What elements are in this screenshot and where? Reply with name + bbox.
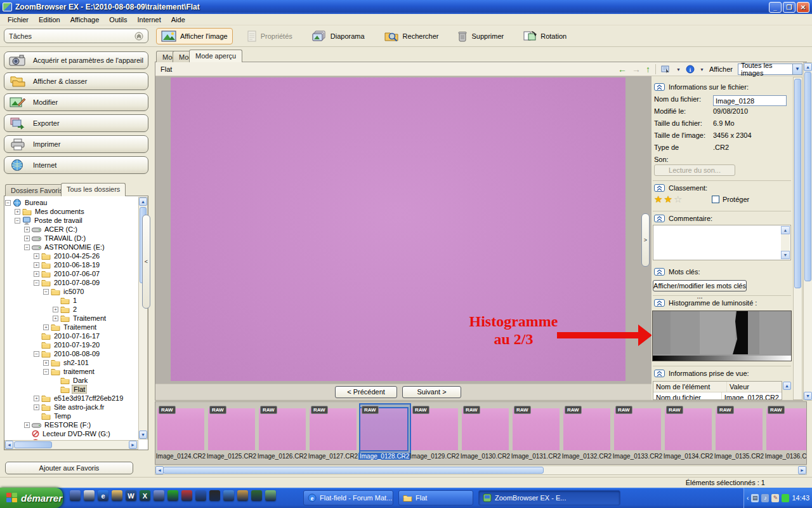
thumbnail-Image_0125.CR2[interactable]: RAWImage_0125.CR2 <box>206 403 257 464</box>
chevron-up-circle-icon[interactable] <box>134 32 143 41</box>
expand-expander-icon[interactable]: + <box>24 236 30 241</box>
tree-item[interactable]: +Site astro-jack.fr <box>5 403 137 411</box>
expand-expander-icon[interactable]: + <box>34 262 39 268</box>
tree-item[interactable]: Dark <box>5 376 137 385</box>
collapse-section-icon[interactable] <box>654 268 665 276</box>
quicklaunch-icon[interactable] <box>167 490 178 501</box>
scroll-right-arrow[interactable]: ► <box>798 466 806 474</box>
thumbnail-Image_0133.CR2[interactable]: RAWImage_0133.CR2 <box>612 403 663 464</box>
collapse-section-icon[interactable] <box>654 184 665 192</box>
filename-input[interactable] <box>713 95 787 106</box>
thumbnail-Image_0124.CR2[interactable]: RAWImage_0124.CR2 <box>155 403 206 464</box>
tree-item[interactable]: +ACER (C:) <box>5 225 137 234</box>
tree-item[interactable]: 2010-07-16-17 <box>5 331 137 340</box>
image-filter-dropdown[interactable]: Toutes les images ▼ <box>738 64 802 75</box>
thumbnail-Image_0127.CR2[interactable]: RAWImage_0127.CR2 <box>308 403 358 464</box>
edit-keywords-button[interactable]: Afficher/modifier les mots clés ... <box>653 280 747 291</box>
scroll-up-arrow[interactable]: ▲ <box>804 63 812 71</box>
tree-item[interactable]: 1 <box>5 296 137 305</box>
scroll-up-arrow[interactable]: ▲ <box>139 197 147 206</box>
menu-5[interactable]: Aide <box>166 15 190 25</box>
task-button-4[interactable]: Imprimer <box>4 135 148 153</box>
collapse-expander-icon[interactable]: − <box>24 244 30 250</box>
expand-expander-icon[interactable]: + <box>43 324 49 330</box>
collapse-expander-icon[interactable]: − <box>43 289 49 295</box>
collapse-section-icon[interactable] <box>654 215 665 222</box>
expand-expander-icon[interactable]: + <box>34 271 39 277</box>
tree-item[interactable]: +2 <box>5 305 137 314</box>
tree-item[interactable]: +2010-04-25-26 <box>5 251 137 260</box>
device-icon[interactable]: ✎ <box>771 494 779 502</box>
thumbnail-Image_0130.CR2[interactable]: RAWImage_0130.CR2 <box>460 403 511 464</box>
tree-item[interactable]: +Mes documents <box>5 207 137 216</box>
tasks-panel-header[interactable]: Tâches <box>4 29 148 43</box>
tray-collapse-chevron-icon[interactable]: ‹ <box>747 495 749 502</box>
thumbnail-image[interactable] <box>208 408 255 450</box>
taskbar-window-2[interactable]: ZoomBrowser EX - E... <box>478 490 620 505</box>
comment-scrollbar[interactable]: ▲ ▼ <box>781 226 790 259</box>
up-arrow-icon[interactable]: ↑ <box>646 63 650 76</box>
excel-icon[interactable]: X <box>140 490 150 501</box>
expand-expander-icon[interactable]: + <box>53 316 58 321</box>
collapse-right-panel-button[interactable]: > <box>641 213 650 267</box>
window-scrollbar-thumb[interactable] <box>804 72 811 281</box>
expand-expander-icon[interactable]: + <box>15 209 20 215</box>
hscrollbar-thumb[interactable] <box>163 467 544 474</box>
menu-2[interactable]: Affichage <box>65 15 105 25</box>
expand-expander-icon[interactable]: + <box>34 253 39 259</box>
tree-item[interactable]: Temp <box>5 411 137 420</box>
thumbnail-image[interactable] <box>513 408 560 450</box>
quicklaunch-icon[interactable] <box>209 490 220 501</box>
collapse-expander-icon[interactable]: − <box>34 280 39 286</box>
quicklaunch-icon[interactable] <box>223 490 234 501</box>
expand-expander-icon[interactable]: + <box>53 307 58 312</box>
battery-icon[interactable] <box>782 494 789 502</box>
info-panel-scrollbar[interactable] <box>793 77 802 400</box>
display-icon[interactable]: ▤ <box>751 494 759 502</box>
dropdown-arrow-icon[interactable]: ▼ <box>700 67 704 72</box>
expand-expander-icon[interactable]: + <box>24 422 30 428</box>
quicklaunch-icon[interactable] <box>154 490 164 501</box>
tree-item[interactable]: 2010-07-19-20 <box>5 340 137 349</box>
scroll-right-arrow[interactable]: ► <box>129 441 137 449</box>
task-button-3[interactable]: Exporter <box>4 114 148 132</box>
thumbnail-image[interactable] <box>766 408 807 450</box>
restore-button[interactable]: ❐ <box>783 2 796 13</box>
tree-item[interactable]: Flat <box>5 385 137 394</box>
mode-tab-2[interactable]: Mode aperçu <box>189 50 242 62</box>
tree-item[interactable]: +Traitement <box>5 314 137 323</box>
thumbnail-horizontal-scrollbar[interactable]: ◄ ► <box>155 465 807 475</box>
star-icon[interactable]: ☆ <box>674 194 682 205</box>
protect-checkbox[interactable]: Protéger <box>712 196 749 203</box>
thumbnail-image[interactable] <box>614 408 661 450</box>
collapse-expander-icon[interactable]: − <box>34 351 39 357</box>
menu-3[interactable]: Outils <box>104 15 132 25</box>
info-scrollbar-thumb[interactable] <box>794 79 801 288</box>
thumbnail-image[interactable] <box>411 408 458 450</box>
scroll-down-arrow[interactable]: ▼ <box>139 431 147 439</box>
thumbnail-image[interactable] <box>259 408 306 450</box>
thumbnail-Image_0134.CR2[interactable]: RAWImage_0134.CR2 <box>663 403 714 464</box>
tab-favorite-folders[interactable]: Dossiers Favoris <box>5 184 69 196</box>
task-button-0[interactable]: Acquérir et paramètres de l'appareil <box>4 51 148 69</box>
thumbnail-Image_0136.CR2[interactable]: RAWImage_0136.CR2 <box>764 403 807 464</box>
taskbar-window-0[interactable]: eFlat-field - Forum Mat... <box>303 490 393 505</box>
expand-expander-icon[interactable]: + <box>43 360 49 366</box>
toolbar-button-0[interactable]: Afficher l'image <box>156 28 233 44</box>
collapse-section-icon[interactable] <box>654 370 665 377</box>
taskbar-window-1[interactable]: Flat <box>398 490 473 505</box>
tree-item[interactable]: −Poste de travail <box>5 216 137 225</box>
tree-item[interactable]: −2010-07-08-09 <box>5 278 137 287</box>
volume-icon[interactable]: ♪ <box>761 494 769 502</box>
collapse-left-panel-button[interactable]: < <box>142 215 150 309</box>
back-arrow-icon[interactable]: ← <box>618 63 627 76</box>
thumbnail-image[interactable] <box>563 408 610 450</box>
thumbnail-Image_0129.CR2[interactable]: RAWImage_0129.CR2 <box>409 403 460 464</box>
collapse-section-icon[interactable] <box>654 83 665 91</box>
rating-stars[interactable]: ★★☆ <box>654 194 682 205</box>
start-button[interactable]: démarrer <box>0 488 63 508</box>
previous-button[interactable]: < Précédent <box>335 386 397 398</box>
thumbnail-Image_0135.CR2[interactable]: RAWImage_0135.CR2 <box>714 403 764 464</box>
thumbnail-Image_0132.CR2[interactable]: RAWImage_0132.CR2 <box>561 403 612 464</box>
checkbox-icon[interactable] <box>712 196 719 203</box>
